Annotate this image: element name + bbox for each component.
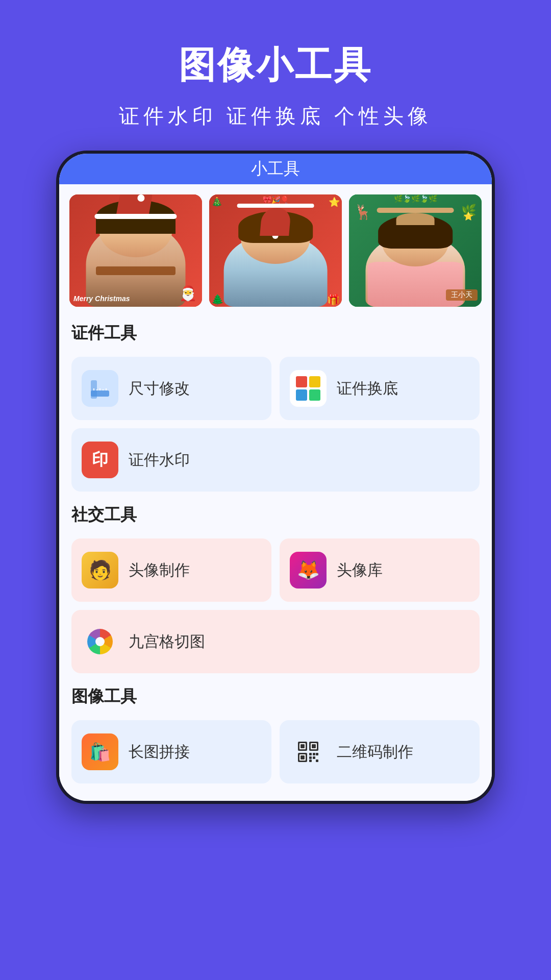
color-squares-icon	[290, 370, 327, 407]
bag-icon: 🛍️	[82, 733, 118, 770]
cs-red	[296, 376, 307, 387]
color-squares	[296, 376, 320, 401]
app-title: 图像小工具	[179, 41, 372, 90]
cs-green	[309, 389, 320, 401]
phone-content: 🎅 Merry Christmas 🎄 ⭐ 🎀🎉🎈	[59, 184, 492, 801]
qrcode-label: 二维码制作	[337, 742, 413, 763]
social-tools-title: 社交工具	[71, 504, 480, 526]
long-pic-tool-item[interactable]: 🛍️ 长图拼接	[71, 720, 271, 783]
svg-rect-21	[309, 760, 312, 762]
svg-rect-9	[300, 744, 305, 748]
avatar-make-label: 头像制作	[129, 560, 190, 581]
cs-blue	[296, 389, 307, 401]
christmas-card-3: 🌿🍃🌿🍃🌿 🦌 🌿	[349, 194, 482, 307]
svg-rect-19	[309, 756, 312, 759]
avatar-lib-label: 头像库	[337, 560, 383, 581]
svg-rect-20	[313, 756, 315, 759]
banner-item-2[interactable]: 🎄 ⭐ 🎀🎉🎈	[209, 194, 342, 307]
phone-app-title: 小工具	[251, 158, 300, 180]
christmas-card-1: 🎅 Merry Christmas	[69, 194, 202, 307]
bg-change-tool-item[interactable]: 证件换底	[280, 357, 480, 420]
long-pic-label: 长图拼接	[129, 742, 190, 763]
avatar-lib-tool-item[interactable]: 🦊 头像库	[280, 538, 480, 602]
name-badge: 王小天	[446, 289, 478, 301]
phone-inner: 小工具	[59, 154, 492, 801]
svg-rect-17	[313, 753, 315, 755]
banner-item-3[interactable]: 🌿🍃🌿🍃🌿 🦌 🌿	[349, 194, 482, 307]
svg-rect-22	[316, 760, 318, 762]
svg-rect-16	[309, 753, 312, 755]
header-section: 图像小工具 证件水印 证件换底 个性头像	[0, 0, 551, 151]
avatar-icon: 🧑	[82, 552, 118, 589]
santa-icon: 🎅	[179, 285, 197, 302]
shutter-icon	[87, 629, 113, 654]
svg-rect-18	[316, 753, 318, 755]
cert-tools-title: 证件工具	[71, 322, 480, 345]
cs-yellow	[309, 376, 320, 387]
qr-icon-wrapper	[290, 733, 327, 770]
image-tools-grid: 🛍️ 长图拼接	[59, 720, 492, 786]
christmas-card-2: 🎄 ⭐ 🎀🎉🎈	[209, 194, 342, 307]
qr-svg	[296, 740, 320, 764]
svg-rect-15	[300, 755, 305, 760]
merry-christmas-text: Merry Christmas	[73, 295, 130, 303]
watermark-tool-item[interactable]: 印 证件水印	[71, 428, 480, 492]
avatar-lib-icon: 🦊	[290, 552, 327, 589]
phone-mockup: 小工具	[56, 151, 495, 804]
section-cert-tools: 证件工具	[59, 312, 492, 357]
shutter-center	[95, 637, 105, 646]
image-tools-title: 图像工具	[71, 685, 480, 708]
ruler-svg	[88, 376, 112, 401]
banner-item-1[interactable]: 🎅 Merry Christmas	[69, 194, 202, 307]
svg-rect-12	[312, 744, 316, 748]
section-social-tools: 社交工具	[59, 494, 492, 538]
banner-row: 🎅 Merry Christmas 🎄 ⭐ 🎀🎉🎈	[59, 184, 492, 312]
shutter-icon-wrapper	[82, 623, 118, 660]
app-header: 小工具	[59, 154, 492, 184]
grid-cut-tool-item[interactable]: 九宫格切图	[71, 610, 480, 673]
section-image-tools: 图像工具	[59, 675, 492, 720]
social-tools-grid: 🧑 头像制作 🦊 头像库 九宫格切图	[59, 538, 492, 675]
grid-cut-label: 九宫格切图	[129, 631, 205, 652]
resize-label: 尺寸修改	[129, 378, 190, 399]
app-subtitle: 证件水印 证件换底 个性头像	[119, 102, 432, 130]
avatar-make-tool-item[interactable]: 🧑 头像制作	[71, 538, 271, 602]
stamp-icon: 印	[82, 442, 118, 478]
ruler-icon	[82, 370, 118, 407]
cert-tools-grid: 尺寸修改 证件换底 印	[59, 357, 492, 494]
watermark-label: 证件水印	[129, 450, 190, 471]
bg-change-label: 证件换底	[337, 378, 398, 399]
qrcode-tool-item[interactable]: 二维码制作	[280, 720, 480, 783]
resize-tool-item[interactable]: 尺寸修改	[71, 357, 271, 420]
